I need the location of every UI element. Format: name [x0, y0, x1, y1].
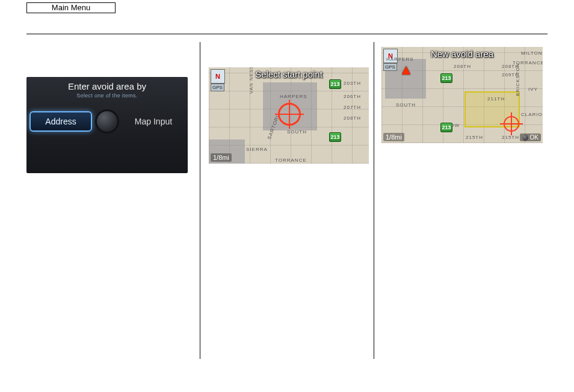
map-input-option[interactable]: Map Input: [119, 117, 188, 126]
column-2: N GPS Select start point HARPERS SOUTH S…: [200, 42, 374, 359]
street-label: SOUTH: [287, 129, 307, 135]
screen2-banner: Select start point: [255, 69, 322, 79]
column-1: Enter avoid area by Select one of the it…: [26, 42, 200, 359]
street-label: 207TH: [344, 105, 361, 110]
screen1-subtitle: Select one of the items.: [26, 93, 188, 99]
map-scale: 1/8mi: [211, 153, 232, 162]
map-scale: 1/8mi: [383, 133, 404, 141]
route-shield: 213: [440, 123, 452, 132]
gps-badge: GPS: [383, 63, 397, 71]
column-3: N GPS New avoid area HARPERS SOUTH MILTO…: [374, 42, 548, 359]
address-option-label: Address: [29, 111, 91, 132]
address-option[interactable]: Address: [26, 111, 95, 132]
street-label: 206TH: [344, 94, 361, 99]
street-label: 208TH: [344, 115, 361, 121]
route-shield: 213: [440, 73, 452, 83]
new-avoid-area-screenshot: N GPS New avoid area HARPERS SOUTH MILTO…: [381, 47, 543, 143]
knob-icon: [522, 135, 528, 141]
street-label: BRICKSTON: [515, 63, 520, 96]
divider: [26, 34, 548, 34]
street-label: 208TH: [454, 64, 471, 69]
compass-icon: N: [211, 69, 225, 84]
street-label: IVY: [528, 87, 538, 92]
crosshair-icon: [504, 116, 519, 132]
selector-knob[interactable]: [95, 109, 119, 133]
street-label: SIERRA: [246, 147, 268, 152]
screen3-banner: New avoid area: [431, 49, 493, 59]
screen1-title: Enter avoid area by: [26, 77, 188, 91]
select-start-point-screenshot: N GPS Select start point HARPERS SOUTH S…: [209, 67, 369, 164]
enter-avoid-area-screenshot: Enter avoid area by Select one of the it…: [26, 77, 188, 173]
route-shield: 213: [329, 79, 341, 89]
street-label: 215TH: [502, 135, 519, 140]
gps-badge: GPS: [211, 84, 224, 91]
ok-button[interactable]: OK: [520, 133, 541, 141]
street-label: SOUTH: [396, 102, 416, 108]
street-label: VAN NESS: [248, 67, 254, 94]
vehicle-cursor-icon: [402, 66, 410, 75]
street-label: MILTON: [521, 51, 542, 56]
street-label: 211TH: [487, 96, 505, 102]
ok-label: OK: [530, 134, 539, 141]
street-label: HARPERS: [280, 94, 307, 99]
street-label: HARPERS: [386, 57, 414, 62]
route-shield: 213: [329, 132, 341, 142]
street-label: 215TH: [466, 135, 483, 140]
street-label: CLARION: [521, 112, 543, 117]
main-menu-button[interactable]: Main Menu: [26, 2, 116, 13]
crosshair-icon: [278, 103, 301, 126]
street-label: 203TH: [344, 81, 361, 86]
street-label: TORRANCE: [275, 158, 307, 163]
